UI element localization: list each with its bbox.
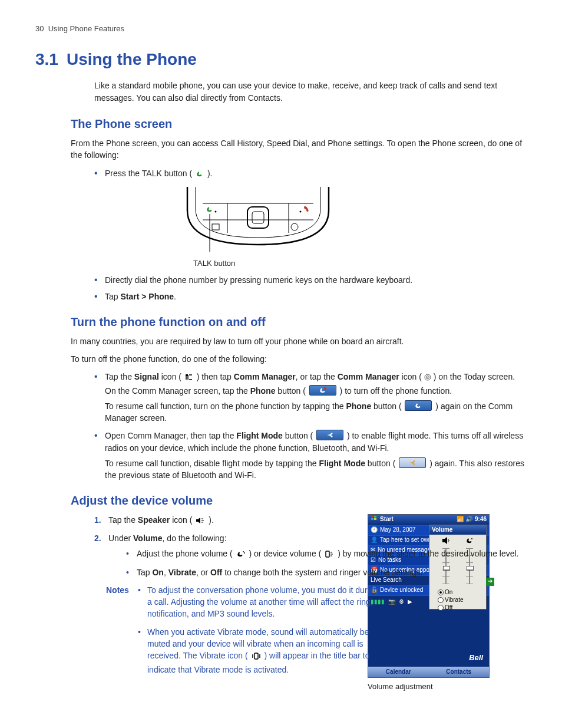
device-volume-inline-icon (325, 549, 334, 561)
page-number: 30 (35, 24, 44, 33)
radio-vibrate: Vibrate (438, 596, 485, 604)
sub-adjust-slider: Adjust the phone volume ( ) or device vo… (126, 548, 527, 561)
phone-screen-lead: From the Phone screen, you can access Ca… (71, 137, 527, 162)
resume-flight-paragraph: To resume call function, disable flight … (105, 457, 527, 482)
bullet-press-talk: Press the TALK button ( ). (94, 167, 527, 269)
carrier-logo: Bell (368, 650, 489, 667)
note-conversation-volume: To adjust the conversation phone volume,… (138, 584, 379, 620)
svg-rect-11 (186, 374, 188, 376)
phone-on-button-icon (309, 385, 336, 396)
intro-paragraph: Like a standard mobile phone, you can us… (94, 80, 527, 104)
comm-manager-icon (423, 373, 432, 384)
section-number: 3.1 (35, 50, 58, 68)
bullet-signal-comm-manager: Tap the Signal icon ( ) then tap Comm Ma… (94, 371, 527, 424)
hardware-diagram (181, 187, 335, 255)
phone-off-button-icon (405, 400, 432, 411)
section-title: 3.1Using the Phone (35, 48, 527, 72)
page-header: 30 Using Phone Features (35, 24, 527, 35)
notes-label: Notes (106, 584, 138, 681)
svg-point-22 (243, 551, 244, 552)
flight-mode-off-button-icon (399, 457, 426, 468)
subheading-turn-onoff: Turn the phone function on and off (71, 314, 527, 331)
speaker-icon (196, 516, 205, 528)
svg-rect-25 (254, 653, 258, 659)
svg-point-23 (244, 552, 245, 554)
talk-handset-icon (196, 169, 204, 181)
resume-phone-paragraph: To resume call function, turn on the pho… (105, 400, 527, 424)
svg-rect-8 (247, 207, 269, 228)
phone-volume-inline-icon (236, 549, 246, 561)
radio-on: On (438, 588, 485, 596)
bullet-flight-mode: Open Comm Manager, then tap the Flight M… (94, 430, 527, 481)
header-section: Using Phone Features (48, 24, 124, 33)
signal-icon (185, 373, 193, 384)
bullet-tap-start-phone: Tap Start > Phone. (94, 291, 527, 302)
svg-point-15 (324, 387, 326, 389)
sub-tap-on-vibrate-off: Tap On, Vibrate, or Off to change both t… (126, 566, 527, 578)
svg-point-5 (300, 210, 302, 212)
radio-off: Off (438, 604, 485, 611)
turn-onoff-p1: In many countries, you are required by l… (71, 335, 527, 347)
arrow-badge-icon: ➔ (486, 578, 494, 586)
step-under-volume: Under Volume, do the following: Adjust t… (94, 532, 527, 578)
talk-button-caption: TALK button (193, 258, 527, 269)
note-vibrate-mode: When you activate Vibrate mode, sound wi… (138, 626, 379, 676)
softkey-right: Contacts (429, 667, 490, 677)
svg-point-7 (291, 223, 298, 230)
svg-point-4 (215, 210, 217, 212)
step-tap-speaker: Tap the Speaker icon ( ). (94, 514, 527, 528)
svg-point-14 (427, 377, 428, 378)
flight-mode-on-button-icon (316, 430, 343, 440)
svg-rect-6 (212, 224, 219, 230)
turn-onoff-p2: To turn off the phone function, do one o… (71, 353, 527, 365)
bullet-dial-numeric: Directly dial the phone number by pressi… (94, 274, 527, 286)
svg-rect-9 (252, 212, 264, 223)
volume-caption: Volume adjustment (368, 681, 491, 693)
unlocked-row: Device unlocked (380, 586, 423, 595)
svg-rect-24 (326, 551, 329, 557)
subheading-volume: Adjust the device volume (71, 492, 527, 509)
section-text: Using the Phone (67, 50, 197, 68)
vibrate-icon (252, 651, 261, 663)
subheading-phone-screen: The Phone screen (71, 116, 527, 133)
